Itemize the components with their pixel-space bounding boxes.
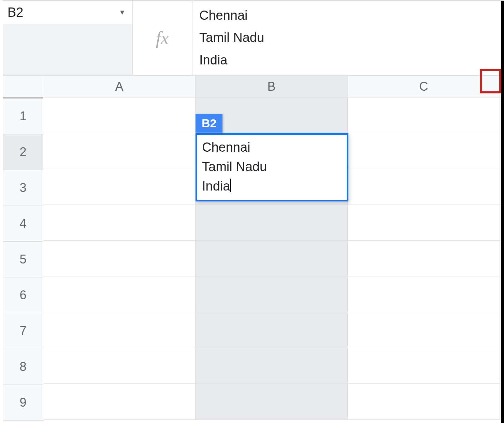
- cell-A5[interactable]: [43, 241, 196, 276]
- cell-C9[interactable]: [348, 384, 500, 420]
- cell-A6[interactable]: [43, 276, 196, 312]
- right-border: [501, 1, 504, 423]
- cell-A8[interactable]: [43, 348, 196, 384]
- cell-C6[interactable]: [348, 276, 500, 312]
- dropdown-icon[interactable]: ▼: [119, 9, 126, 16]
- cell-B8[interactable]: [196, 348, 348, 384]
- cell-C2[interactable]: [348, 133, 500, 169]
- name-box-filler: [3, 24, 133, 75]
- name-box-wrapper: B2 ▼: [3, 1, 133, 75]
- row-header-5[interactable]: 5: [3, 242, 43, 277]
- editing-line-2: Tamil Nadu: [202, 160, 267, 174]
- cell-A4[interactable]: [43, 205, 196, 241]
- column-headers: A B C: [3, 76, 504, 97]
- formula-input[interactable]: Chennai Tamil Nadu India: [192, 1, 504, 75]
- grid-cells: B2 Chennai Tamil Nadu India: [43, 97, 504, 421]
- grid-row-1: [43, 97, 504, 133]
- select-all-corner[interactable]: [3, 76, 43, 97]
- grid-row-8: [43, 348, 504, 384]
- row-header-2[interactable]: 2: [3, 134, 43, 170]
- grid-row-9: [43, 384, 504, 420]
- cell-A2[interactable]: [43, 133, 196, 169]
- formula-bar-row: B2 ▼ fx Chennai Tamil Nadu India: [3, 1, 504, 76]
- row-header-3[interactable]: 3: [3, 170, 43, 206]
- cell-B6[interactable]: [196, 276, 348, 312]
- cell-C8[interactable]: [348, 348, 500, 384]
- cell-C4[interactable]: [348, 205, 500, 241]
- cell-A9[interactable]: [43, 384, 196, 420]
- grid-row-6: [43, 276, 504, 312]
- cell-A7[interactable]: [43, 312, 196, 348]
- cell-C1[interactable]: [348, 97, 500, 133]
- grid-row-5: [43, 241, 504, 276]
- cell-C3[interactable]: [348, 169, 500, 205]
- cell-B9[interactable]: [196, 384, 348, 420]
- cell-A1[interactable]: [43, 97, 196, 133]
- cell-B7[interactable]: [196, 312, 348, 348]
- row-header-9[interactable]: 9: [3, 385, 43, 421]
- name-box-value: B2: [8, 5, 23, 20]
- row-header-1[interactable]: 1: [3, 99, 43, 134]
- row-header-6[interactable]: 6: [3, 277, 43, 313]
- highlight-annotation-box: [480, 69, 501, 93]
- column-header-B[interactable]: B: [196, 76, 348, 97]
- cell-B4[interactable]: [196, 205, 348, 241]
- editing-cell-editor[interactable]: Chennai Tamil Nadu India: [196, 133, 348, 201]
- grid-row-7: [43, 312, 504, 348]
- cell-C7[interactable]: [348, 312, 500, 348]
- cell-C5[interactable]: [348, 241, 500, 276]
- fx-icon: fx: [156, 28, 169, 48]
- grid-area: A B C 1 2 3 4 5 6 7 8 9: [3, 76, 504, 421]
- editing-line-1: Chennai: [202, 140, 250, 154]
- row-headers: 1 2 3 4 5 6 7 8 9: [3, 97, 43, 421]
- fx-wrapper: fx: [133, 1, 192, 75]
- column-header-C[interactable]: C: [348, 76, 500, 97]
- editing-line-3: India: [202, 179, 230, 193]
- column-header-A[interactable]: A: [43, 76, 196, 97]
- cell-B5[interactable]: [196, 241, 348, 276]
- text-cursor: [230, 179, 231, 192]
- name-box[interactable]: B2 ▼: [3, 1, 133, 24]
- editing-cell-label: B2: [196, 114, 222, 133]
- cell-A3[interactable]: [43, 169, 196, 205]
- row-header-4[interactable]: 4: [3, 206, 43, 242]
- grid-rows: 1 2 3 4 5 6 7 8 9: [3, 97, 504, 421]
- row-header-8[interactable]: 8: [3, 349, 43, 385]
- grid-row-4: [43, 205, 504, 241]
- row-header-7[interactable]: 7: [3, 313, 43, 349]
